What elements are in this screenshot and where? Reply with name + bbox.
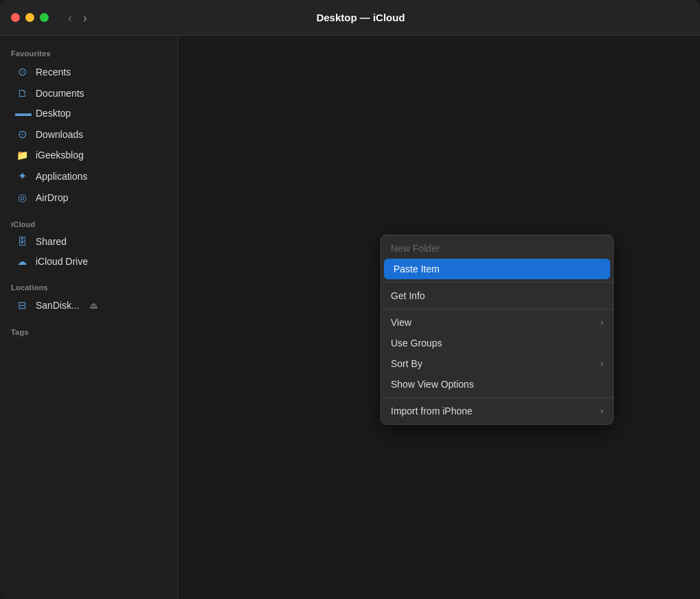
eject-icon[interactable]: ⏏ [89, 300, 98, 311]
nav-arrows: ‹ › [65, 10, 90, 25]
back-button[interactable]: ‹ [65, 10, 75, 25]
context-menu-new-folder[interactable]: New Folder [381, 238, 613, 259]
sidebar-item-airdrop[interactable]: ◎ AirDrop [4, 187, 173, 208]
sidebar-item-sandisk[interactable]: ⊟ SanDisk... ⏏ [4, 295, 173, 316]
sidebar: Favourites ⊙ Recents 🗋 Documents ▬▬ Desk… [0, 36, 178, 599]
divider-2 [381, 309, 613, 309]
downloads-icon: ⊙ [15, 128, 29, 141]
divider-1 [381, 282, 613, 283]
recents-label: Recents [36, 67, 71, 78]
shared-icon: 🗄 [15, 236, 29, 247]
airdrop-label: AirDrop [36, 192, 68, 203]
shared-label: Shared [36, 236, 67, 247]
sidebar-section-tags: Tags [0, 322, 178, 339]
content-area[interactable]: New Folder Paste Item Get Info View › Us… [178, 36, 700, 599]
desktop-icon: ▬▬ [15, 108, 29, 118]
view-arrow: › [601, 318, 603, 327]
sidebar-item-applications[interactable]: ✦ Applications [4, 165, 173, 187]
sandisk-icon: ⊟ [15, 299, 29, 312]
airdrop-icon: ◎ [15, 191, 29, 204]
recents-icon: ⊙ [15, 65, 29, 78]
sidebar-item-downloads[interactable]: ⊙ Downloads [4, 124, 173, 145]
view-label: View [391, 317, 411, 328]
title-bar: ‹ › Desktop — iCloud [0, 0, 700, 36]
sidebar-item-icloud-drive[interactable]: ☁ iCloud Drive [4, 252, 173, 271]
context-menu-view[interactable]: View › [381, 312, 613, 333]
context-menu-get-info[interactable]: Get Info [381, 285, 613, 306]
show-view-options-label: Show View Options [391, 379, 474, 390]
maximize-button[interactable] [40, 13, 49, 22]
window-controls [11, 13, 49, 22]
context-menu-use-groups[interactable]: Use Groups [381, 333, 613, 353]
sidebar-item-documents[interactable]: 🗋 Documents [4, 83, 173, 103]
context-menu: New Folder Paste Item Get Info View › Us… [381, 235, 614, 425]
sidebar-item-shared[interactable]: 🗄 Shared [4, 232, 173, 251]
main-layout: Favourites ⊙ Recents 🗋 Documents ▬▬ Desk… [0, 36, 700, 599]
context-menu-paste-item[interactable]: Paste Item [384, 259, 610, 279]
close-button[interactable] [11, 13, 20, 22]
desktop-label: Desktop [36, 108, 71, 119]
igeeksblog-label: iGeeksblog [36, 150, 84, 161]
downloads-label: Downloads [36, 129, 83, 140]
igeeksblog-icon: 📁 [15, 150, 29, 161]
context-menu-sort-by[interactable]: Sort By › [381, 353, 613, 374]
paste-item-label: Paste Item [394, 263, 439, 274]
sidebar-section-favourites: Favourites [0, 44, 178, 60]
sandisk-label: SanDisk... [36, 300, 80, 311]
icloud-drive-label: iCloud Drive [36, 256, 88, 267]
icloud-drive-icon: ☁ [15, 256, 29, 267]
documents-label: Documents [36, 88, 84, 99]
import-from-iphone-arrow: › [601, 406, 603, 416]
sidebar-item-igeeksblog[interactable]: 📁 iGeeksblog [4, 145, 173, 165]
divider-3 [381, 397, 613, 398]
sort-by-label: Sort By [391, 358, 422, 369]
new-folder-label: New Folder [391, 243, 440, 254]
applications-icon: ✦ [15, 169, 29, 183]
context-menu-show-view-options[interactable]: Show View Options [381, 374, 613, 395]
get-info-label: Get Info [391, 290, 425, 301]
minimize-button[interactable] [25, 13, 34, 22]
use-groups-label: Use Groups [391, 338, 442, 349]
sidebar-section-locations: Locations [0, 278, 178, 294]
sort-by-arrow: › [601, 359, 603, 368]
import-from-iphone-label: Import from iPhone [391, 406, 472, 416]
sidebar-section-icloud: iCloud [0, 215, 178, 231]
sidebar-item-recents[interactable]: ⊙ Recents [4, 61, 173, 82]
window-title: Desktop — iCloud [101, 12, 620, 23]
context-menu-import-from-iphone[interactable]: Import from iPhone › [381, 401, 613, 421]
forward-button[interactable]: › [80, 10, 90, 25]
sidebar-item-desktop[interactable]: ▬▬ Desktop [4, 104, 173, 123]
applications-label: Applications [36, 171, 88, 182]
documents-icon: 🗋 [15, 87, 29, 99]
